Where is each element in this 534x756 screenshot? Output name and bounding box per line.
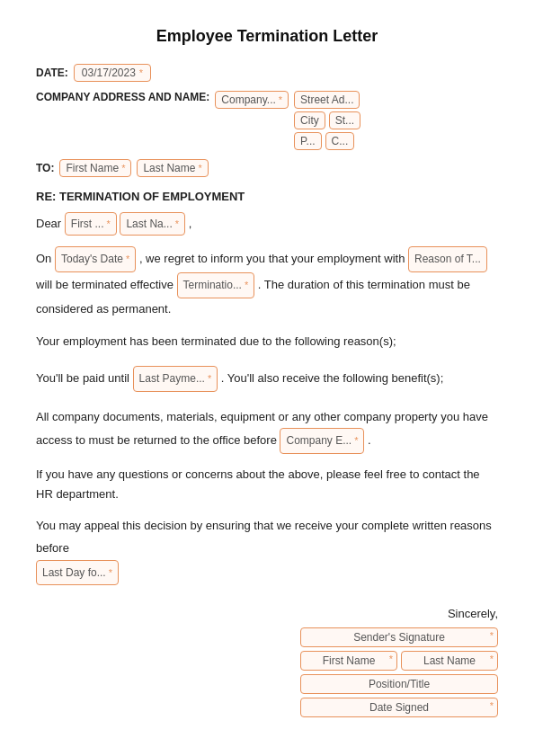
- dear-last-value: Last Na...: [126, 215, 172, 233]
- company-end-field[interactable]: Company E... *: [280, 428, 364, 454]
- company-required: *: [279, 94, 282, 105]
- date-required: *: [139, 67, 143, 78]
- para2-text: Your employment has been terminated due …: [36, 334, 396, 348]
- para4-end: .: [368, 433, 371, 447]
- dear-first-value: First ...: [71, 215, 104, 233]
- company-end-req: *: [354, 431, 358, 450]
- termination-date-value: Terminatio...: [183, 275, 242, 296]
- address-group: Street Ad... City St... P... C...: [294, 91, 360, 150]
- position-field[interactable]: Position/Title: [300, 674, 498, 694]
- termination-date-field[interactable]: Terminatio... *: [177, 272, 255, 298]
- para3: You'll be paid until Last Payme... * . Y…: [36, 366, 498, 392]
- po-value: P...: [300, 135, 315, 147]
- to-row: TO: First Name * Last Name *: [36, 159, 498, 177]
- state-value: St...: [335, 114, 354, 127]
- city-field[interactable]: City: [294, 111, 325, 129]
- sig-last-value: Last Name: [423, 654, 476, 667]
- todays-date-value: Today's Date: [61, 249, 123, 270]
- sig-last-field[interactable]: Last Name *: [401, 651, 498, 671]
- para6: You may appeal this decision by ensuring…: [36, 515, 498, 585]
- reason-field[interactable]: Reason of T...: [408, 246, 487, 272]
- street-value: Street Ad...: [300, 93, 353, 106]
- country-value: C...: [332, 135, 349, 147]
- to-last-req: *: [198, 163, 201, 173]
- position-value: Position/Title: [369, 678, 430, 690]
- sender-sig-req: *: [490, 630, 494, 641]
- company-row: COMPANY ADDRESS AND NAME: Company... * S…: [36, 91, 498, 150]
- date-signed-req: *: [490, 700, 494, 711]
- para1-on: On: [36, 252, 51, 265]
- last-payment-value: Last Payme...: [139, 369, 205, 389]
- date-value: 03/17/2023: [82, 67, 136, 79]
- para5: If you have any questions or concerns ab…: [36, 465, 498, 504]
- para6-pre: You may appeal this decision by ensuring…: [36, 519, 492, 555]
- company-field[interactable]: Company... *: [215, 91, 289, 109]
- date-signed-value: Date Signed: [369, 701, 429, 714]
- dear-last-req: *: [175, 216, 179, 233]
- sig-first-field[interactable]: First Name *: [300, 651, 397, 671]
- last-day-req: *: [109, 564, 112, 583]
- to-label: TO:: [36, 162, 54, 174]
- sig-name-row: First Name * Last Name *: [300, 651, 498, 671]
- date-field[interactable]: 03/17/2023 *: [74, 64, 151, 82]
- page-title: Employee Termination Letter: [36, 27, 498, 46]
- city-value: City: [300, 114, 319, 127]
- date-row: DATE: 03/17/2023 *: [36, 64, 498, 82]
- last-day-value: Last Day fo...: [42, 563, 106, 583]
- todays-date-field[interactable]: Today's Date *: [55, 246, 136, 272]
- para4-pre: All company documents, materials, equipm…: [36, 410, 488, 448]
- po-field[interactable]: P...: [294, 132, 321, 150]
- re-header: RE: TERMINATION OF EMPLOYMENT: [36, 190, 498, 203]
- para4: All company documents, materials, equipm…: [36, 406, 498, 454]
- dear-paragraph: Dear First ... * Last Na... * ,: [36, 212, 498, 236]
- para2: Your employment has been terminated due …: [36, 332, 498, 351]
- to-last-field[interactable]: Last Name *: [137, 159, 208, 177]
- sincerely-block: Sincerely, Sender's Signature * First Na…: [36, 607, 498, 717]
- address-row-3: P... C...: [294, 132, 360, 150]
- company-value: Company...: [221, 93, 275, 106]
- para1-mid: , we regret to inform you that your empl…: [139, 252, 405, 265]
- address-row-1: Street Ad...: [294, 91, 360, 109]
- address-row-2: City St...: [294, 111, 360, 129]
- reason-value: Reason of T...: [414, 249, 481, 270]
- company-end-value: Company E...: [286, 431, 352, 451]
- para1-after: will be terminated effective: [36, 278, 174, 291]
- dear-text: Dear: [36, 217, 65, 230]
- state-field[interactable]: St...: [329, 111, 360, 129]
- sender-sig-value: Sender's Signature: [353, 631, 445, 644]
- dear-last-field[interactable]: Last Na... *: [120, 212, 185, 236]
- to-first-req: *: [121, 163, 125, 173]
- sig-last-req: *: [490, 654, 494, 664]
- company-label: COMPANY ADDRESS AND NAME:: [36, 91, 209, 103]
- sig-first-value: First Name: [323, 654, 376, 667]
- para3-pre: You'll be paid until: [36, 371, 129, 385]
- to-last-value: Last Name: [143, 162, 195, 174]
- para3-end: . You'll also receive the following bene…: [221, 371, 443, 385]
- country-field[interactable]: C...: [325, 132, 355, 150]
- dear-first-req: *: [106, 216, 110, 233]
- sender-signature-field[interactable]: Sender's Signature *: [300, 627, 498, 647]
- sig-first-req: *: [389, 654, 393, 664]
- last-payment-field[interactable]: Last Payme... *: [133, 366, 218, 392]
- last-day-field[interactable]: Last Day fo... *: [36, 560, 119, 586]
- dear-first-field[interactable]: First ... *: [65, 212, 117, 236]
- para1: On Today's Date * , we regret to inform …: [36, 246, 498, 320]
- date-signed-field[interactable]: Date Signed *: [300, 698, 498, 717]
- sincerely-label: Sincerely,: [448, 607, 498, 620]
- todays-date-req: *: [126, 250, 129, 269]
- last-payment-req: *: [208, 369, 211, 388]
- dear-comma: ,: [189, 217, 192, 230]
- date-label: DATE:: [36, 67, 68, 79]
- para5-text: If you have any questions or concerns ab…: [36, 467, 480, 501]
- street-field[interactable]: Street Ad...: [294, 91, 360, 109]
- termination-date-req: *: [245, 276, 248, 295]
- to-first-value: First Name: [66, 162, 119, 174]
- to-first-field[interactable]: First Name *: [59, 159, 131, 177]
